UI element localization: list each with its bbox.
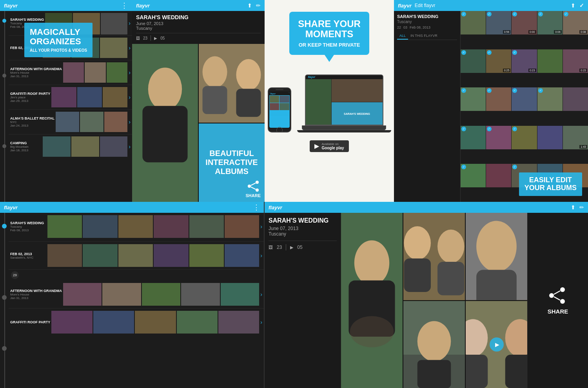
edit-check-icon[interactable]: ✓: [579, 2, 584, 9]
laptop-photo-br: SARAH'S WEDDING: [332, 102, 383, 125]
edit-thumb[interactable]: ✓0:06: [537, 11, 563, 34]
album-item-5[interactable]: ALMA'S BALLET RECITAL NYC Jan 24, 2013 ›: [9, 110, 132, 134]
album-item-3[interactable]: AFTERNOON WITH GRANDMA Mom's House Jan 3…: [9, 60, 132, 85]
br-photo-count: 23: [277, 245, 282, 250]
bl-thumbs-1: [47, 215, 259, 238]
svg-point-17: [350, 316, 394, 347]
bl-arrow-4[interactable]: ›: [260, 319, 262, 325]
edit-thumb[interactable]: ✓: [512, 87, 537, 111]
br-share-header-icon[interactable]: ⬆: [571, 204, 575, 210]
phone-list-item: [270, 116, 289, 118]
br-album-date: June 07, 2013: [269, 226, 337, 231]
phone-list: [269, 111, 290, 119]
bl-album-3[interactable]: AFTERNOON WITH GRANDMA Mom's House Jan 3…: [9, 281, 264, 308]
easily-line2: YOUR ALBUMS: [524, 184, 577, 192]
edit-tabs: ALL IN THIS FLAYVR: [397, 33, 457, 40]
q2-share-icon[interactable]: ⬆: [247, 2, 252, 9]
bl-arrow-3[interactable]: ›: [260, 291, 262, 297]
edit-thumb[interactable]: ✓: [461, 164, 486, 187]
album-arrow-3[interactable]: ›: [129, 69, 131, 76]
q2-album-title: SARAH'S WEDDING: [136, 14, 261, 20]
bl-album-4-header: GRAFFITI ROOF PARTY ›: [10, 311, 262, 334]
br-photo-bc: [403, 301, 465, 388]
edit-thumb[interactable]: ✓0:56: [486, 11, 511, 34]
share-button[interactable]: SHARE: [245, 180, 261, 198]
bl-title-2: FEB 02, 2013: [10, 252, 46, 256]
album-item-4[interactable]: GRAFFITI ROOF PARTY Jim's place Jan 29, …: [9, 85, 132, 110]
check-mark: ✓: [512, 88, 517, 93]
q1-dots-icon[interactable]: ⋮: [121, 1, 128, 10]
check-mark: ✓: [461, 165, 466, 169]
bl-arrow-1[interactable]: ›: [260, 223, 262, 230]
bl-album-4[interactable]: GRAFFITI ROOF PARTY ›: [9, 308, 264, 336]
svg-point-10: [248, 185, 251, 188]
edit-thumb[interactable]: [486, 164, 511, 187]
edit-tab-in-this[interactable]: IN THIS FLAYVR: [408, 33, 440, 40]
svg-point-35: [560, 287, 565, 292]
album-title-4: GRAFFITI ROOF PARTY: [10, 92, 50, 96]
edit-tab-all[interactable]: ALL: [397, 33, 408, 40]
br-share-button[interactable]: SHARE: [548, 286, 568, 315]
easily-line1: EASILY EDIT: [524, 176, 577, 184]
laptop-screen-panel: flayvr SARAH'S WEDDING: [305, 74, 383, 125]
edit-thumb[interactable]: [537, 49, 563, 73]
bl-info-2: FEB 02, 2013 Sarabeth's, NYC: [10, 252, 46, 259]
bl-thumb: [221, 283, 259, 306]
edit-thumb[interactable]: 1:43: [563, 126, 588, 149]
album-arrow-4[interactable]: ›: [129, 94, 131, 100]
phone-list-item: [270, 111, 289, 114]
play-store-button[interactable]: ▶ Available on Google play: [310, 140, 348, 152]
br-logo: flayvr: [269, 205, 282, 210]
edit-thumb[interactable]: ✓: [461, 49, 486, 73]
album-item-6[interactable]: CAMPING Big Mountain Jan 18, 2013 ›: [9, 134, 132, 159]
phone-top: [269, 88, 290, 91]
edit-thumb[interactable]: 0:23: [563, 49, 588, 73]
edit-thumb[interactable]: ✓: [486, 126, 511, 149]
bl-thumb: [118, 244, 153, 267]
check-mark: ✓: [512, 12, 517, 16]
album-arrow-5[interactable]: ›: [129, 119, 131, 125]
edit-thumb[interactable]: [563, 87, 588, 111]
svg-line-38: [554, 291, 560, 294]
bl-album-1[interactable]: SARAH'S WEDDING Tuscany Feb 08, 2013: [9, 213, 264, 242]
album-arrow-6[interactable]: ›: [129, 143, 131, 150]
laptop-photo-main: [306, 79, 331, 125]
share-icon: [247, 180, 260, 192]
bl-header: flayvr ⋮: [0, 202, 264, 213]
edit-thumb[interactable]: ✓: [461, 126, 486, 149]
edit-thumb[interactable]: ✓: [461, 87, 486, 111]
album-info-5: ALMA'S BALLET RECITAL NYC Jan 24, 2013: [10, 116, 54, 127]
magically-overlay: MAGICALLY ORGANIZES ALL YOUR PHOTOS & VI…: [24, 23, 93, 57]
photo-icon: 🖼: [136, 36, 140, 40]
edit-share-icon[interactable]: ⬆: [571, 2, 575, 9]
q2-video-count: 05: [160, 36, 165, 40]
bl-timeline: [0, 213, 9, 388]
bl-dots-icon[interactable]: ⋮: [253, 203, 260, 212]
q2-edit-icon[interactable]: ✏: [256, 2, 261, 9]
bl-thumb: [102, 283, 141, 306]
edit-thumb[interactable]: ✓: [537, 87, 563, 111]
edit-thumb[interactable]: ✓: [461, 11, 486, 34]
edit-album-title: SARAH'S WEDDING: [397, 14, 457, 19]
br-edit-header-icon[interactable]: ✏: [579, 204, 584, 210]
album-title-5: ALMA'S BALLET RECITAL: [10, 116, 54, 120]
album-arrow-1[interactable]: ›: [129, 20, 131, 26]
bl-album-2[interactable]: FEB 02, 2013 Sarabeth's, NYC ›: [9, 242, 264, 270]
q1-album-list: MAGICALLY ORGANIZES ALL YOUR PHOTOS & VI…: [9, 11, 132, 202]
edit-thumb[interactable]: ✓0:00: [512, 11, 537, 34]
q2-album-loc: Tuscany: [136, 26, 261, 31]
br-share-label: SHARE: [548, 308, 568, 315]
bl-album-2-header: FEB 02, 2013 Sarabeth's, NYC ›: [10, 244, 262, 267]
edit-thumb[interactable]: ✓: [512, 126, 537, 149]
bl-dot-1: [2, 224, 7, 228]
edit-thumb[interactable]: [537, 126, 563, 149]
edit-thumb[interactable]: ✓0:25: [486, 49, 511, 73]
play-button[interactable]: ▶: [490, 337, 504, 352]
stat-sep: [151, 35, 151, 41]
album-arrow-2[interactable]: ›: [129, 45, 131, 51]
edit-thumb[interactable]: ✓: [486, 87, 511, 111]
bl-arrow-2[interactable]: ›: [260, 252, 262, 259]
devices-container: flayvr: [268, 74, 391, 132]
edit-thumb[interactable]: ✓0:23: [512, 49, 537, 73]
edit-thumb[interactable]: ✓0:08: [563, 11, 588, 34]
